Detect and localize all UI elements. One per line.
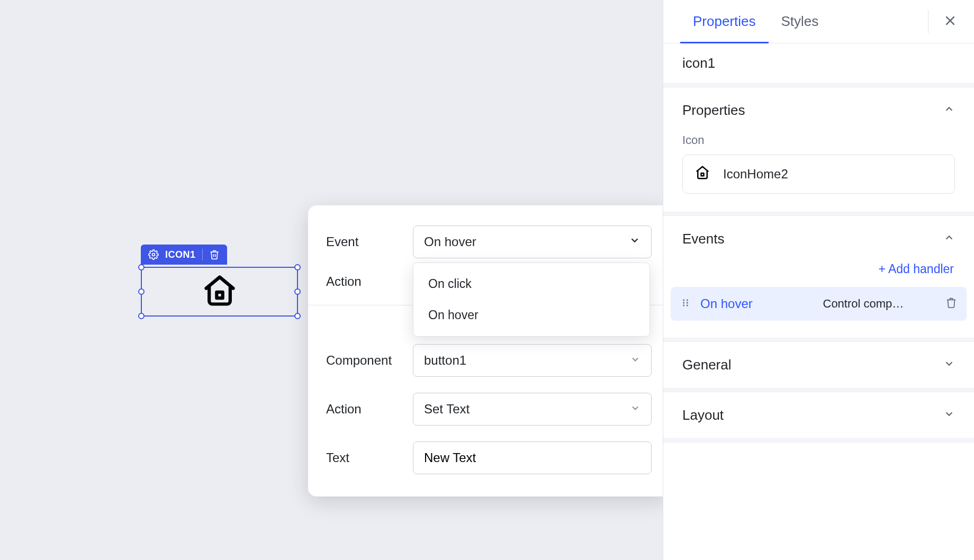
panel-separator — [663, 212, 974, 216]
element-name: icon1 — [663, 43, 974, 83]
svg-point-5 — [683, 299, 684, 301]
selection-toolbar: ICON1 — [141, 245, 227, 265]
panel-separator — [663, 438, 974, 442]
chevron-down-icon — [943, 407, 955, 423]
handler-action: Control comp… — [823, 297, 936, 311]
add-handler-link[interactable]: + Add handler — [663, 262, 974, 287]
chevron-down-icon — [630, 402, 641, 417]
event-label: Event — [326, 234, 413, 249]
control-action-select[interactable]: Set Text — [413, 393, 652, 426]
chevron-up-icon — [943, 231, 955, 247]
svg-point-10 — [687, 304, 688, 306]
dropdown-option-on-hover[interactable]: On hover — [413, 300, 650, 331]
event-handler-popover: Event On hover Action ACTION OPTIONS Com… — [308, 205, 670, 496]
panel-tabs: Properties Styles — [663, 0, 974, 43]
icon-field-label: Icon — [663, 133, 974, 155]
control-action-label: Action — [326, 402, 413, 417]
component-select[interactable]: button1 — [413, 344, 652, 377]
panel-separator — [663, 83, 974, 87]
component-label: Component — [326, 353, 413, 368]
action-label: Action — [326, 274, 413, 289]
resize-handle-ml[interactable] — [138, 288, 145, 295]
handler-event: On hover — [700, 296, 814, 311]
icon-picker-value: IconHome2 — [723, 167, 788, 182]
home-icon — [202, 273, 238, 311]
selected-component[interactable] — [141, 267, 298, 317]
resize-handle-br[interactable] — [294, 313, 301, 319]
accordion-properties[interactable]: Properties — [663, 87, 974, 133]
text-input[interactable] — [424, 450, 641, 465]
accordion-general[interactable]: General — [663, 342, 974, 388]
panel-separator — [663, 388, 974, 392]
event-select[interactable]: On hover — [413, 225, 652, 258]
text-input-wrapper — [413, 441, 652, 474]
text-label: Text — [326, 450, 413, 465]
dropdown-option-on-click[interactable]: On click — [413, 268, 650, 300]
accordion-events[interactable]: Events — [663, 216, 974, 262]
event-select-value: On hover — [424, 234, 476, 249]
toolbar-divider — [202, 249, 203, 260]
svg-point-8 — [687, 302, 688, 303]
chevron-down-icon — [943, 357, 955, 373]
close-button[interactable] — [928, 10, 957, 33]
trash-icon — [945, 301, 957, 310]
accordion-layout-title: Layout — [682, 407, 724, 423]
tab-styles[interactable]: Styles — [769, 0, 832, 43]
svg-rect-4 — [701, 173, 704, 176]
chevron-up-icon — [943, 102, 955, 119]
accordion-layout[interactable]: Layout — [663, 392, 974, 438]
chevron-down-icon — [630, 353, 641, 368]
trash-icon[interactable] — [209, 249, 220, 260]
svg-point-0 — [152, 254, 155, 256]
side-panel: Properties Styles icon1 Properties Icon … — [663, 0, 974, 560]
resize-handle-bl[interactable] — [138, 313, 145, 319]
close-icon — [943, 14, 957, 30]
delete-handler-button[interactable] — [945, 297, 957, 311]
svg-point-7 — [683, 302, 684, 303]
home-icon — [695, 165, 710, 184]
control-action-value: Set Text — [424, 402, 470, 417]
accordion-general-title: General — [682, 357, 732, 373]
accordion-events-title: Events — [682, 231, 725, 247]
selection-label: ICON1 — [165, 249, 196, 260]
svg-point-9 — [683, 304, 684, 306]
tab-properties[interactable]: Properties — [680, 0, 769, 43]
chevron-down-icon — [629, 234, 641, 249]
drag-handle-icon[interactable] — [680, 297, 691, 310]
component-select-value: button1 — [424, 353, 466, 368]
event-dropdown: On click On hover — [413, 263, 650, 337]
resize-handle-tr[interactable] — [294, 264, 301, 270]
resize-handle-tl[interactable] — [138, 264, 145, 270]
accordion-properties-title: Properties — [682, 102, 745, 119]
resize-handle-mr[interactable] — [294, 288, 301, 295]
icon-picker[interactable]: IconHome2 — [682, 155, 955, 194]
panel-separator — [663, 338, 974, 342]
svg-rect-1 — [217, 292, 222, 298]
svg-point-6 — [687, 299, 688, 301]
handler-row[interactable]: On hover Control comp… — [671, 287, 967, 321]
gear-icon[interactable] — [148, 249, 159, 260]
